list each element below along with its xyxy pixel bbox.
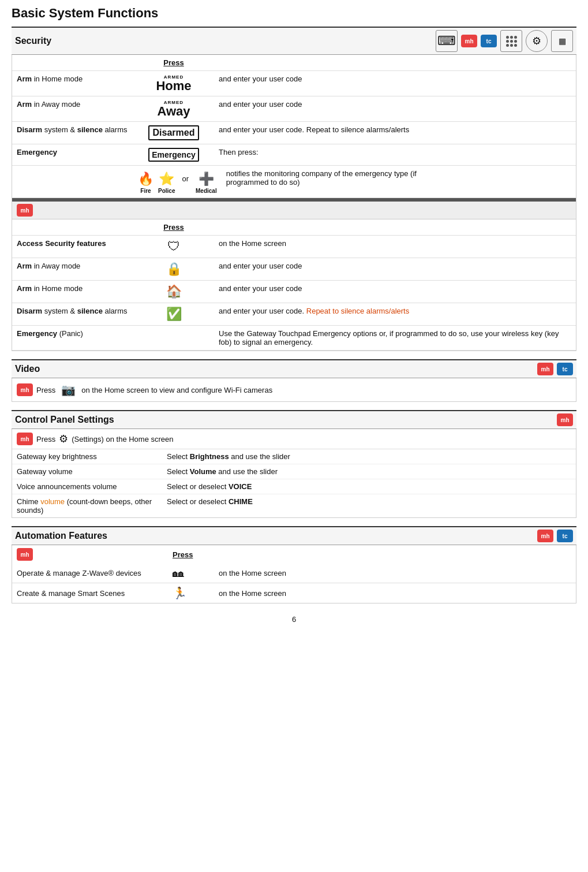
- camera-icon: 📷: [61, 383, 76, 397]
- fire-icon: 🔥: [138, 172, 153, 187]
- security-table: Press Arm in Home mode A: [12, 55, 576, 198]
- page: Basic System Functions Security ⌨ mh tc …: [0, 0, 588, 635]
- mh-arm-home-desc-text: and enter your user code: [219, 284, 302, 293]
- mh-col-label: [12, 219, 133, 236]
- table-row: Disarm system & silence alarms ✅ and ent…: [12, 303, 576, 326]
- auto-col-label: mh: [12, 545, 168, 564]
- video-icons: mh tc: [537, 363, 573, 375]
- table-row: Voice announcements volume Select or des…: [12, 479, 576, 494]
- shield-lock-icon: 🔒: [166, 262, 182, 276]
- shield-home-icon: 🏠: [166, 284, 182, 299]
- brightness-desc-pre: Select: [167, 452, 190, 461]
- page-title: Basic System Functions: [12, 6, 576, 21]
- emergency-btn[interactable]: Emergency: [148, 148, 199, 162]
- mh-disarm-desc-highlight: Repeat to silence alarms/alerts: [306, 307, 409, 315]
- scenes-label-text: Create & manage Smart Scenes: [17, 589, 125, 598]
- medical-icon: ➕: [199, 172, 214, 187]
- security-col-desc: [214, 55, 576, 71]
- chime-label-pre: Chime: [17, 497, 40, 506]
- row-arm-home-label: Arm in Home mode: [12, 71, 133, 96]
- mh-emergency-label: Emergency (Panic): [12, 326, 133, 351]
- zwave-desc-text: on the Home screen: [219, 569, 286, 577]
- table-row: Emergency Emergency Then press:: [12, 144, 576, 166]
- zwave-label: Operate & manage Z-Wave® devices: [12, 564, 168, 583]
- arm-bold: Arm: [17, 74, 32, 83]
- keypad-icon-1: ⌨: [436, 30, 458, 52]
- brightness-desc: Select Brightness and use the slider: [162, 449, 576, 464]
- table-row: Arm in Away mode ARMED Away and enter yo…: [12, 96, 576, 122]
- voice-label-text: Voice announcements volume: [17, 482, 117, 491]
- automation-title: Automation Features: [15, 531, 107, 541]
- mh-arm-home-desc: and enter your user code: [214, 281, 576, 303]
- arm-home-rest: in Home mode: [34, 74, 83, 83]
- control-panel-section: Control Panel Settings mh mh Press ⚙ (Se…: [12, 410, 576, 518]
- chime-label: Chime volume (count-down beeps, other so…: [12, 494, 162, 518]
- table-row: Arm in Away mode 🔒 and enter your user c…: [12, 258, 576, 281]
- mh-col-desc: [214, 219, 576, 236]
- row-disarm-label: Disarm system & silence alarms: [12, 122, 133, 144]
- auto-press-label: Press: [173, 550, 193, 559]
- arm-home-desc-text: and enter your user code: [219, 74, 302, 83]
- settings-header-row: mh Press ⚙ (Settings) on the Home screen: [12, 429, 576, 449]
- badge-mh-video-row: mh: [17, 383, 33, 396]
- badge-mh-settings-row: mh: [17, 433, 33, 445]
- chime-desc-bold: CHIME: [229, 497, 253, 506]
- mh-emergency-desc-text: Use the Gateway Touchpad Emergency optio…: [219, 329, 559, 346]
- mh-emergency-btn: [133, 326, 214, 351]
- security-section: Security ⌨ mh tc ⚙ ▦: [12, 27, 576, 351]
- gear-icon: ⚙: [59, 433, 68, 445]
- table-row: Gateway key brightness Select Brightness…: [12, 449, 576, 464]
- control-panel-header: Control Panel Settings mh: [12, 410, 576, 429]
- mh-access-bold: Access Security features: [17, 239, 106, 248]
- automation-header: Automation Features mh tc: [12, 526, 576, 545]
- disarmed-btn[interactable]: Disarmed: [148, 125, 200, 140]
- badge-tc-video: tc: [557, 363, 573, 375]
- row-arm-away-desc: and enter your user code: [214, 96, 576, 122]
- scenes-desc: on the Home screen: [214, 583, 576, 603]
- disarm-rest: system & silence alarms: [44, 125, 128, 134]
- then-press-text: Then press:: [219, 148, 259, 156]
- arm-away-rest: in Away mode: [34, 100, 81, 109]
- chime-desc-pre: Select or deselect: [167, 497, 229, 506]
- brightness-label-text: Gateway key brightness: [17, 452, 97, 461]
- armed-home-btn[interactable]: ARMED Home: [156, 74, 191, 92]
- video-desc: Press: [36, 386, 55, 394]
- row-arm-home-btn: ARMED Home: [133, 71, 214, 96]
- mh-access-btn: 🛡: [133, 236, 214, 258]
- security-table-header-row: Press: [12, 55, 576, 71]
- mh-arm-away-btn: 🔒: [133, 258, 214, 281]
- video-section: Video mh tc mh Press 📷 on the Home scree…: [12, 359, 576, 402]
- table-row: Disarm system & silence alarms Disarmed …: [12, 122, 576, 144]
- armed-away-word: Away: [157, 104, 190, 118]
- mh-disarm-desc: and enter your user code. Repeat to sile…: [214, 303, 576, 326]
- table-row: Operate & manage Z-Wave® devices 🏘 on th…: [12, 564, 576, 583]
- table-row: Emergency (Panic) Use the Gateway Touchp…: [12, 326, 576, 351]
- badge-mh-video: mh: [537, 363, 553, 375]
- arm-away-desc-text: and enter your user code: [219, 100, 302, 109]
- mh-access-desc: on the Home screen: [214, 236, 576, 258]
- badge-mh-auto-row: mh: [17, 548, 33, 561]
- disarm-desc-text: and enter your user code. Repeat to sile…: [219, 125, 409, 134]
- automation-table: mh Press Operate & manage Z-Wave® device…: [12, 545, 576, 603]
- video-row: mh Press 📷 on the Home screen to view an…: [12, 378, 576, 401]
- table-row: Arm in Home mode 🏠 and enter your user c…: [12, 281, 576, 303]
- security-title: Security: [15, 36, 51, 46]
- security-section-header: Security ⌨ mh tc ⚙ ▦: [12, 27, 576, 55]
- mh-subsection-header: mh: [12, 202, 576, 219]
- automation-icons: mh tc: [537, 530, 573, 542]
- mh-access-label: Access Security features: [12, 236, 133, 258]
- fire-item: 🔥 Fire: [138, 172, 153, 194]
- emerg-icons-label-cell: [12, 166, 133, 198]
- badge-tc-auto: tc: [557, 530, 573, 542]
- volume-desc: Select Volume and use the slider: [162, 464, 576, 479]
- security-icons: ⌨ mh tc ⚙ ▦: [436, 30, 573, 52]
- volume-desc-pre: Select: [167, 467, 190, 476]
- voice-desc-pre: Select or deselect: [167, 482, 229, 491]
- scenes-icon: 🏃: [173, 587, 187, 599]
- row-emergency-desc: Then press:: [214, 144, 576, 166]
- badge-mh-security: mh: [461, 35, 477, 47]
- row-arm-away-btn: ARMED Away: [133, 96, 214, 122]
- settings-header-pre: Press: [36, 435, 55, 444]
- armed-away-btn[interactable]: ARMED Away: [157, 100, 190, 118]
- mh-arm-home-label: Arm in Home mode: [12, 281, 133, 303]
